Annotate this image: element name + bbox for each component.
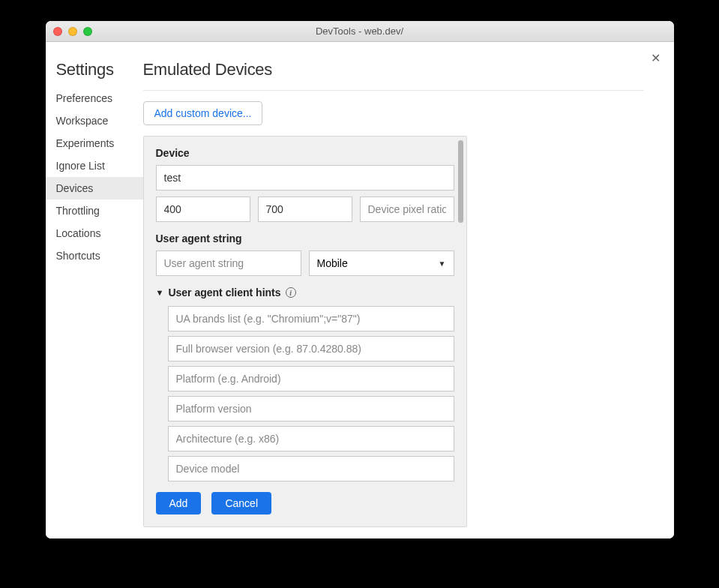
form-actions: Add Cancel [156, 492, 454, 514]
page-title: Emulated Devices [143, 60, 644, 80]
ua-architecture-input[interactable] [168, 426, 454, 452]
chevron-down-icon: ▼ [439, 260, 446, 268]
sidebar-item-throttling[interactable]: Throttling [46, 200, 143, 222]
triangle-down-icon: ▼ [156, 288, 164, 297]
close-window-icon[interactable] [53, 27, 62, 36]
settings-content: ✕ Settings Preferences Workspace Experim… [46, 42, 674, 538]
device-width-input[interactable] [156, 196, 250, 222]
device-dimensions-row [156, 196, 454, 222]
sidebar-item-preferences[interactable]: Preferences [46, 87, 143, 110]
ua-platform-input[interactable] [168, 366, 454, 392]
add-device-row: Add custom device... [143, 101, 644, 125]
sidebar-item-locations[interactable]: Locations [46, 222, 143, 244]
add-button[interactable]: Add [156, 492, 202, 514]
ua-client-hints-fields [156, 306, 454, 482]
traffic-lights [46, 27, 92, 36]
window-titlebar: DevTools - web.dev/ [46, 21, 674, 42]
ua-row: Mobile ▼ [156, 250, 454, 276]
close-settings-button[interactable]: ✕ [651, 51, 661, 65]
devtools-window: DevTools - web.dev/ ✕ Settings Preferenc… [46, 21, 674, 538]
ua-string-input[interactable] [156, 250, 301, 276]
ua-fullversion-input[interactable] [168, 336, 454, 362]
ua-type-select[interactable]: Mobile ▼ [309, 250, 454, 276]
divider [143, 90, 644, 91]
zoom-window-icon[interactable] [83, 27, 92, 36]
scrollbar-thumb[interactable] [458, 140, 463, 223]
settings-sidebar: Settings Preferences Workspace Experimen… [46, 42, 143, 538]
info-icon[interactable]: i [286, 287, 296, 298]
sidebar-item-workspace[interactable]: Workspace [46, 110, 143, 132]
device-height-input[interactable] [258, 196, 352, 222]
sidebar-title: Settings [46, 60, 143, 87]
device-form-panel: Device User agent string Mobile ▼ [143, 136, 467, 527]
ua-brands-input[interactable] [168, 306, 454, 332]
cancel-button[interactable]: Cancel [211, 492, 271, 514]
ua-section-label: User agent string [156, 232, 454, 244]
device-form-wrap: Device User agent string Mobile ▼ [143, 136, 644, 527]
settings-main: Emulated Devices Add custom device... De… [143, 42, 674, 538]
ua-model-input[interactable] [168, 456, 454, 482]
sidebar-item-shortcuts[interactable]: Shortcuts [46, 244, 143, 267]
device-name-input[interactable] [156, 165, 454, 190]
sidebar-item-experiments[interactable]: Experiments [46, 132, 143, 154]
minimize-window-icon[interactable] [68, 27, 77, 36]
ua-type-value: Mobile [317, 257, 348, 269]
ua-platform-version-input[interactable] [168, 396, 454, 422]
sidebar-item-ignore-list[interactable]: Ignore List [46, 154, 143, 177]
window-title: DevTools - web.dev/ [46, 26, 674, 37]
add-custom-device-button[interactable]: Add custom device... [143, 101, 263, 125]
device-section-label: Device [156, 147, 454, 159]
ua-client-hints-toggle[interactable]: ▼ User agent client hints i [156, 286, 454, 298]
sidebar-item-devices[interactable]: Devices [46, 177, 143, 200]
device-pixel-ratio-input[interactable] [360, 196, 454, 222]
ua-client-hints-label: User agent client hints [168, 286, 280, 298]
